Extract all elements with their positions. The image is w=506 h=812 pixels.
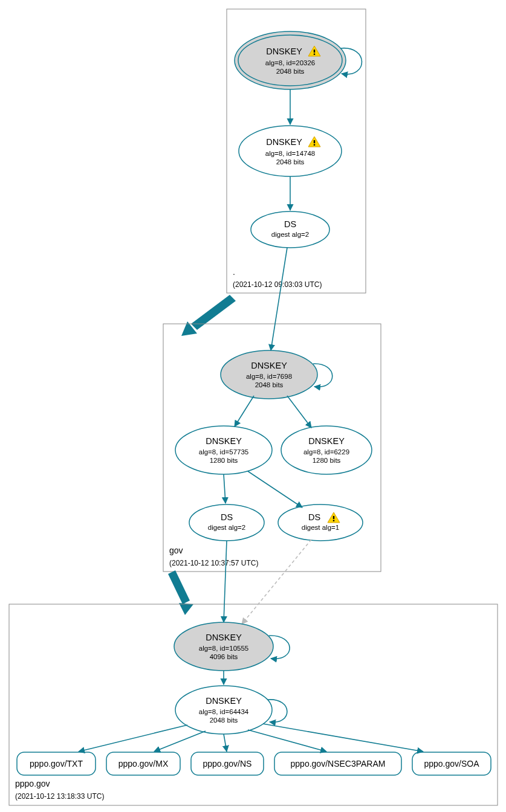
svg-text:1280 bits: 1280 bits [313,457,341,464]
svg-text:alg=8, id=14748: alg=8, id=14748 [265,150,316,157]
svg-text:DNSKEY: DNSKEY [308,436,345,446]
svg-text:pppo.gov/NSEC3PARAM: pppo.gov/NSEC3PARAM [291,759,386,768]
svg-text:DNSKEY: DNSKEY [266,137,302,147]
edge-gov-zsk1-ds1 [224,474,225,503]
edge-gov-ksk-zsk1 [235,396,254,427]
edge-zsk-soa [263,724,423,752]
dnssec-diagram: . (2021-10-12 09:03:03 UTC) DNSKEY alg=8… [0,0,506,812]
svg-text:pppo.gov/SOA: pppo.gov/SOA [424,759,479,768]
node-root-ds: DS digest alg=2 [251,211,329,248]
svg-text:digest alg=1: digest alg=1 [302,524,339,531]
svg-text:2048 bits: 2048 bits [276,68,305,75]
svg-text:alg=8, id=64434: alg=8, id=64434 [199,708,249,715]
zone-arrow-root-gov [181,295,236,336]
svg-text:alg=8, id=7698: alg=8, id=7698 [246,373,292,380]
zone-gov-timestamp: (2021-10-12 10:37:57 UTC) [169,559,258,567]
zone-arrow-gov-pppo [168,570,193,615]
zone-root-name: . [233,267,235,277]
rrset-soa: pppo.gov/SOA [412,752,491,775]
node-gov-ds2: DS digest alg=1 [278,504,363,541]
edge-gov-ksk-zsk2 [287,396,311,428]
zone-pppo-timestamp: (2021-10-12 13:18:33 UTC) [15,792,104,801]
rrset-mx: pppo.gov/MX [106,752,180,775]
zone-gov-name: gov [169,546,183,555]
node-root-ksk: DNSKEY alg=8, id=20326 2048 bits [235,31,346,89]
svg-text:2048 bits: 2048 bits [255,381,284,388]
node-gov-zsk1: DNSKEY alg=8, id=57735 1280 bits [175,426,272,474]
svg-text:DNSKEY: DNSKEY [251,361,287,370]
node-pppo-zsk: DNSKEY alg=8, id=64434 2048 bits [175,686,272,734]
node-pppo-ksk: DNSKEY alg=8, id=10555 4096 bits [174,622,273,671]
edge-gov-ds1-pppo-ksk [224,541,227,622]
svg-point-26 [189,504,264,541]
svg-text:4096 bits: 4096 bits [210,653,238,660]
rrset-txt: pppo.gov/TXT [17,752,96,775]
svg-point-11 [251,211,329,248]
svg-text:alg=8, id=20326: alg=8, id=20326 [265,59,316,66]
svg-text:DS: DS [284,219,296,229]
edge-zsk-txt [79,725,187,752]
svg-text:2048 bits: 2048 bits [210,717,238,724]
svg-text:2048 bits: 2048 bits [276,158,305,166]
svg-text:DNSKEY: DNSKEY [206,436,242,446]
svg-text:alg=8, id=6229: alg=8, id=6229 [303,448,349,456]
svg-text:pppo.gov/TXT: pppo.gov/TXT [30,759,83,768]
svg-text:digest alg=2: digest alg=2 [271,231,309,238]
edge-gov-zsk1-ds2 [248,471,302,507]
svg-text:DNSKEY: DNSKEY [266,47,302,56]
svg-text:pppo.gov/NS: pppo.gov/NS [203,759,252,768]
svg-text:alg=8, id=57735: alg=8, id=57735 [199,448,249,456]
svg-text:1280 bits: 1280 bits [210,457,238,464]
edge-zsk-ns [224,734,227,752]
svg-text:alg=8, id=10555: alg=8, id=10555 [199,645,249,652]
svg-text:DS: DS [308,512,320,522]
svg-text:digest alg=2: digest alg=2 [208,524,245,531]
node-gov-ds1: DS digest alg=2 [189,504,264,541]
edge-zsk-mx [154,731,206,752]
edge-root-ds-gov-ksk [271,248,287,350]
svg-text:DS: DS [221,512,233,522]
svg-point-29 [278,504,363,541]
zone-pppo-name: pppo.gov [15,779,50,788]
svg-text:DNSKEY: DNSKEY [206,633,242,642]
node-gov-ksk: DNSKEY alg=8, id=7698 2048 bits [221,350,317,399]
zone-root-timestamp: (2021-10-12 09:03:03 UTC) [233,280,322,289]
svg-text:pppo.gov/MX: pppo.gov/MX [118,759,169,768]
svg-text:DNSKEY: DNSKEY [206,696,242,706]
node-gov-zsk2: DNSKEY alg=8, id=6229 1280 bits [281,426,372,474]
edge-gov-ds2-pppo-ksk [242,540,311,624]
node-root-zsk: DNSKEY alg=8, id=14748 2048 bits [239,126,342,176]
rrset-nsec3param: pppo.gov/NSEC3PARAM [274,752,401,775]
rrset-ns: pppo.gov/NS [191,752,264,775]
